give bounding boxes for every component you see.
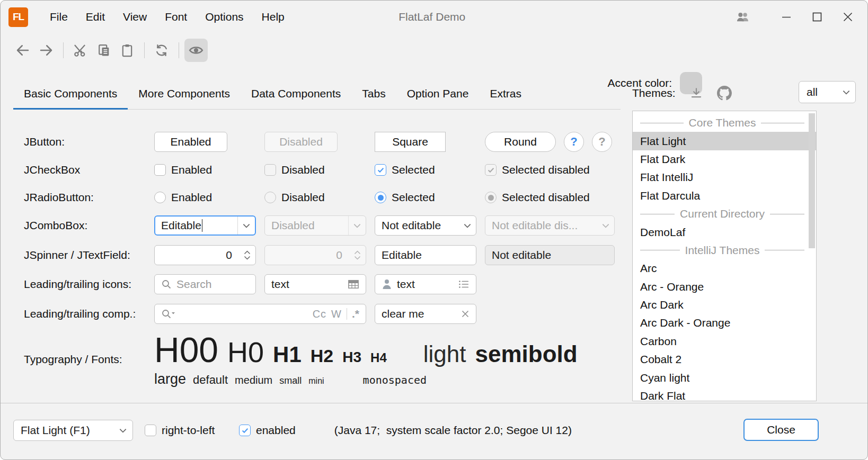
tab-tabs[interactable]: Tabs xyxy=(351,78,396,109)
match-case-icon[interactable]: Cc xyxy=(313,308,326,320)
menu-font[interactable]: Font xyxy=(156,5,196,29)
theme-item-flat-intellij[interactable]: Flat IntelliJ xyxy=(633,168,816,186)
radio-disabled xyxy=(264,192,276,203)
theme-item-arc-dark[interactable]: Arc Dark xyxy=(633,296,816,314)
themes-list: Core Themes Flat Light Flat Dark Flat In… xyxy=(632,111,817,401)
minimize-button[interactable] xyxy=(771,4,802,30)
theme-item-flat-dark[interactable]: Flat Dark xyxy=(633,150,816,168)
menu-options[interactable]: Options xyxy=(196,5,252,29)
paste-icon[interactable] xyxy=(116,39,139,62)
spinner-enabled[interactable]: 0 xyxy=(154,245,256,265)
row-jcheckbox: JCheckBox Enabled Disabled Selected Sele… xyxy=(24,160,615,179)
rtl-checkbox-group: right-to-left xyxy=(145,420,215,441)
menu-file[interactable]: File xyxy=(41,5,77,29)
help-button-gray[interactable]: ? xyxy=(592,132,612,152)
h4-sample: H4 xyxy=(370,350,387,365)
themes-scrollbar[interactable] xyxy=(809,112,815,400)
menu-help[interactable]: Help xyxy=(253,5,294,29)
forward-icon[interactable] xyxy=(34,39,58,62)
table-icon[interactable] xyxy=(348,279,359,290)
chevron-down-icon[interactable] xyxy=(237,217,255,234)
theme-group-header: Current Directory xyxy=(633,205,816,223)
users-icon[interactable] xyxy=(724,4,761,30)
clear-me-field[interactable]: clear me xyxy=(375,304,476,324)
checkbox-selected[interactable] xyxy=(375,164,386,176)
tab-data-components[interactable]: Data Components xyxy=(241,78,351,109)
main-tabbar: Basic Components More Components Data Co… xyxy=(13,78,621,110)
right-to-left-checkbox[interactable] xyxy=(145,425,156,436)
round-button[interactable]: Round xyxy=(485,132,556,152)
search-dropdown-icon[interactable] xyxy=(161,309,176,319)
theme-item-flat-darcula[interactable]: Flat Darcula xyxy=(633,187,816,205)
monospaced-sample: monospaced xyxy=(363,374,427,386)
back-icon[interactable] xyxy=(11,39,34,62)
whole-word-icon[interactable]: W xyxy=(331,308,342,320)
tab-basic-components[interactable]: Basic Components xyxy=(13,78,128,109)
chevron-down-icon xyxy=(113,428,132,433)
radio-selected[interactable] xyxy=(375,192,386,203)
menu-bar: File Edit View Font Options Help xyxy=(41,5,294,29)
theme-item-flat-light[interactable]: Flat Light xyxy=(633,132,816,150)
regex-icon[interactable]: .* xyxy=(352,308,359,320)
toolbar: Accent color: xyxy=(1,33,867,67)
tab-more-components[interactable]: More Components xyxy=(128,78,241,109)
person-icon xyxy=(382,278,392,290)
help-button-blue[interactable]: ? xyxy=(564,132,584,152)
themes-filter-combobox[interactable]: all xyxy=(799,81,856,103)
search-field[interactable]: Search xyxy=(154,274,256,294)
menu-edit[interactable]: Edit xyxy=(77,5,114,29)
scrollbar-thumb[interactable] xyxy=(809,113,815,248)
row-jspinner: JSpinner / JTextField: 0 0 Editable Not … xyxy=(24,245,615,265)
theme-item-dark-flat[interactable]: Dark Flat xyxy=(633,387,816,401)
enabled-checkbox[interactable] xyxy=(239,425,251,436)
refresh-icon[interactable] xyxy=(150,39,173,62)
chevron-down-icon xyxy=(837,90,855,95)
clear-x-icon[interactable] xyxy=(461,310,470,318)
h2-sample: H2 xyxy=(311,346,333,366)
window-title: FlatLaf Demo xyxy=(398,11,465,23)
theme-item-demolaf[interactable]: DemoLaf xyxy=(633,223,816,241)
theme-item-arc-orange[interactable]: Arc - Orange xyxy=(633,278,816,296)
tab-extras[interactable]: Extras xyxy=(479,78,532,109)
tab-option-pane[interactable]: Option Pane xyxy=(396,78,480,109)
copy-icon[interactable] xyxy=(92,39,116,62)
theme-item-arc-dark-orange[interactable]: Arc Dark - Orange xyxy=(633,314,816,332)
theme-item-carbon[interactable]: Carbon xyxy=(633,332,816,350)
maximize-button[interactable] xyxy=(802,4,832,30)
spinner-disabled: 0 xyxy=(264,245,366,265)
laf-selector-combobox[interactable]: Flat Light (F1) xyxy=(13,420,133,441)
window-controls xyxy=(724,1,863,33)
cut-icon[interactable] xyxy=(69,39,92,62)
enabled-button[interactable]: Enabled xyxy=(154,132,227,152)
themes-label: Themes: xyxy=(632,87,676,100)
theme-item-cobalt-2[interactable]: Cobalt 2 xyxy=(633,350,816,368)
square-button[interactable]: Square xyxy=(375,132,446,152)
chevron-down-icon[interactable] xyxy=(458,216,476,235)
text-field-with-table-icon[interactable]: text xyxy=(264,274,366,294)
combobox-not-editable[interactable]: Not editable xyxy=(375,215,476,236)
close-button[interactable]: Close xyxy=(743,419,819,441)
jcombobox-label: JComboBox: xyxy=(24,219,154,232)
large-sample: large xyxy=(154,371,186,387)
close-window-button[interactable] xyxy=(832,4,863,30)
text-field-with-person-icon[interactable]: text xyxy=(375,274,476,294)
checkbox-enabled[interactable] xyxy=(154,164,166,176)
textfield-editable[interactable]: Editable xyxy=(375,245,476,265)
combobox-editable[interactable]: Editable xyxy=(154,215,256,236)
jcheckbox-label: JCheckBox xyxy=(24,164,154,176)
spinner-arrows[interactable] xyxy=(238,250,255,260)
h00-sample: H00 xyxy=(154,330,218,370)
jbutton-label: JButton: xyxy=(24,136,154,148)
theme-item-cyan-light[interactable]: Cyan light xyxy=(633,368,816,386)
list-icon[interactable] xyxy=(458,279,470,290)
download-icon[interactable] xyxy=(689,86,703,100)
menu-view[interactable]: View xyxy=(114,5,156,29)
search-field-with-options[interactable]: Cc W .* xyxy=(154,304,366,324)
github-icon[interactable] xyxy=(717,86,732,101)
typography-label: Typography / Fonts: xyxy=(24,353,122,366)
show-hidden-eye-icon[interactable] xyxy=(184,39,208,62)
h1-sample: H1 xyxy=(273,342,302,367)
radio-enabled[interactable] xyxy=(154,192,166,203)
theme-item-arc[interactable]: Arc xyxy=(633,259,816,277)
medium-sample: medium xyxy=(235,374,272,386)
